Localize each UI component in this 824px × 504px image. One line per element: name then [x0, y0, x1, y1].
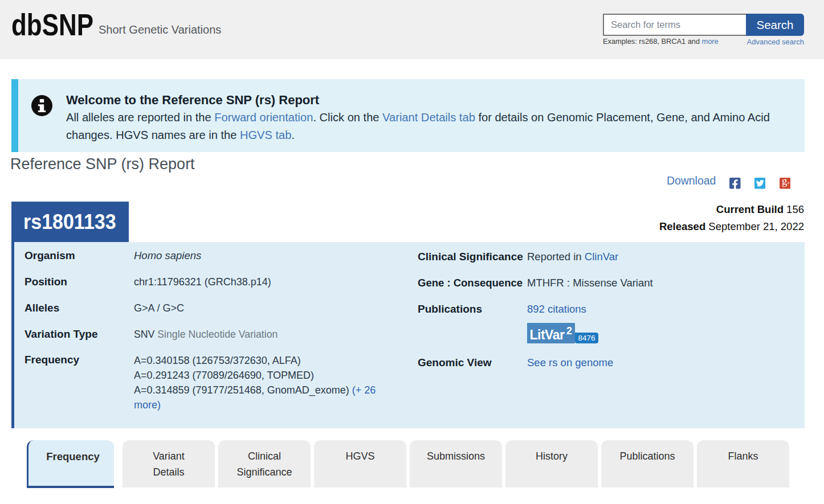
svg-text:+: +: [786, 179, 790, 186]
svg-text:g: g: [782, 178, 787, 187]
